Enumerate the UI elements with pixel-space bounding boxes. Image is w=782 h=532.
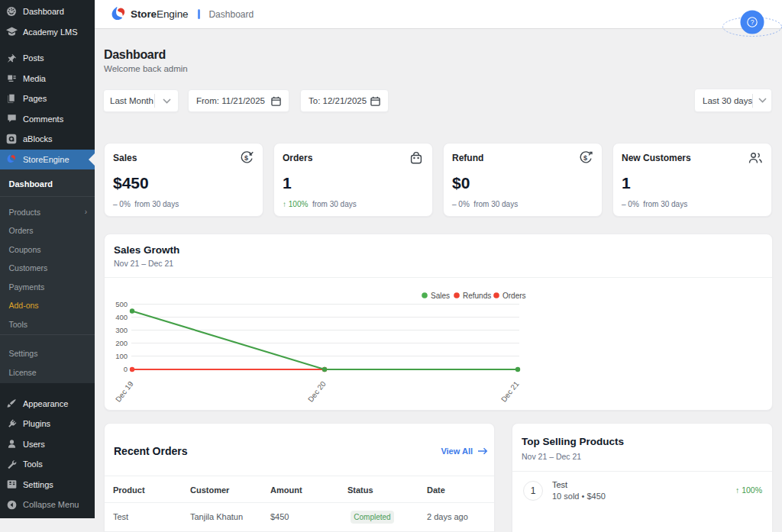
- svg-text:Dec 20: Dec 20: [306, 379, 328, 404]
- svg-text:?: ?: [751, 18, 755, 26]
- svg-text:300: 300: [115, 326, 128, 334]
- svg-text:Dec 19: Dec 19: [114, 379, 135, 403]
- svg-text:Dec 21: Dec 21: [499, 379, 521, 403]
- svg-text:100: 100: [115, 352, 128, 360]
- svg-text:400: 400: [115, 313, 128, 321]
- svg-text:Sales: Sales: [431, 292, 450, 300]
- svg-text:$: $: [583, 154, 587, 162]
- svg-text:500: 500: [115, 300, 128, 308]
- svg-text:Orders: Orders: [502, 292, 526, 300]
- svg-text:Refunds: Refunds: [463, 292, 491, 300]
- svg-text:$: $: [244, 154, 248, 162]
- svg-text:200: 200: [115, 339, 128, 347]
- svg-text:0: 0: [124, 365, 128, 373]
